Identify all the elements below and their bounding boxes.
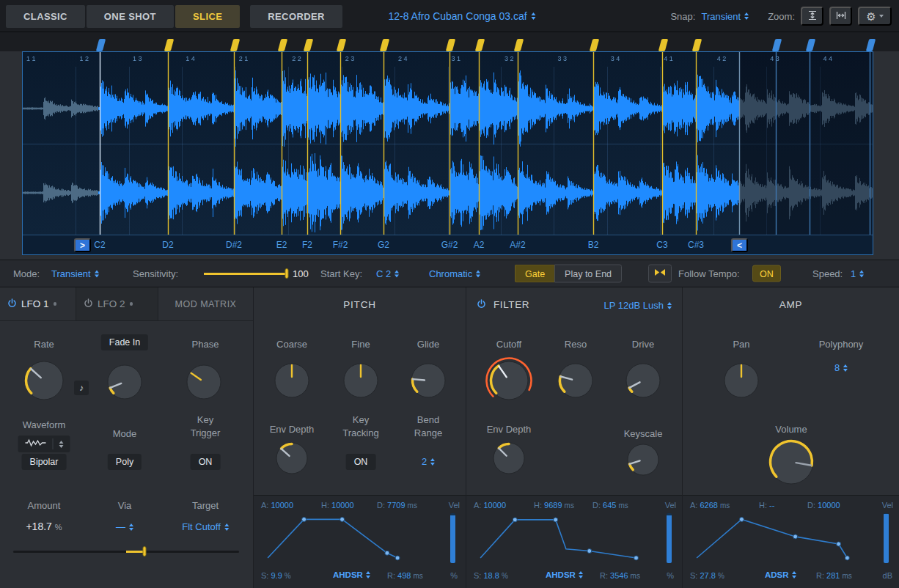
mapping-select[interactable]: Chromatic (429, 268, 480, 279)
slider-handle[interactable] (285, 268, 288, 279)
tempo-sync-note-button[interactable]: ♪ (74, 381, 89, 395)
slice-marker-flag[interactable] (164, 39, 175, 51)
sustain-readout[interactable]: S: 9.9 % (261, 571, 291, 580)
amp-envelope-graph[interactable] (687, 513, 869, 563)
slider-handle[interactable] (142, 546, 146, 556)
attack-readout[interactable]: A: 10000 (474, 501, 506, 510)
tab-classic[interactable]: CLASSIC (6, 5, 85, 28)
speed-select[interactable]: 1 (851, 268, 864, 279)
reso-knob[interactable] (552, 357, 599, 407)
pan-knob[interactable] (718, 357, 765, 407)
decay-readout[interactable]: D: 10000 (807, 501, 840, 510)
filter-power-icon[interactable] (477, 298, 486, 312)
release-readout[interactable]: R: 281 ms (816, 571, 852, 580)
velocity-slider[interactable] (450, 513, 455, 563)
slice-marker-flag[interactable] (772, 39, 782, 51)
lfo2-tab[interactable]: LFO 2 (76, 287, 158, 320)
lfo1-tab[interactable]: LFO 1 (0, 287, 76, 320)
mode-select[interactable]: Transient (51, 268, 99, 279)
lfo-fade-knob[interactable] (101, 359, 148, 408)
hold-readout[interactable]: H: 10000 (321, 501, 354, 510)
slice-key-label[interactable]: E2 (276, 240, 287, 250)
velocity-slider[interactable] (884, 513, 889, 563)
slice-key-label[interactable]: F2 (302, 240, 312, 250)
slice-marker-flag[interactable] (337, 39, 347, 51)
envelope-type-select[interactable]: AHDSR (333, 570, 370, 579)
slice-marker-flag[interactable] (230, 39, 241, 51)
release-readout[interactable]: R: 498 ms (387, 571, 423, 580)
attack-readout[interactable]: A: 10000 (261, 501, 293, 510)
slice-marker-flag[interactable] (380, 39, 390, 51)
slice-marker-flag[interactable] (692, 39, 702, 51)
filter-envelope-graph[interactable] (471, 513, 653, 563)
fade-mode-select[interactable]: Fade In (101, 334, 148, 350)
slice-key-label[interactable]: C3 (656, 240, 667, 250)
release-readout[interactable]: R: 3546 ms (600, 571, 640, 580)
slice-key-label[interactable]: D#2 (226, 240, 242, 250)
power-icon[interactable] (84, 298, 93, 310)
lfo-waveform-select[interactable] (18, 436, 70, 452)
slice-key-label[interactable]: D2 (162, 240, 173, 250)
slice-key-label[interactable]: F#2 (333, 240, 348, 250)
volume-knob[interactable] (763, 433, 820, 493)
filter-env-depth-knob[interactable] (487, 436, 531, 483)
hold-readout[interactable]: H: 9689 ms (534, 501, 574, 510)
slice-marker-flag[interactable] (446, 39, 456, 51)
region-end-handle[interactable]: < (731, 238, 748, 252)
pitch-envelope-graph[interactable] (258, 513, 440, 563)
slice-key-label[interactable]: G#2 (441, 240, 458, 250)
filter-type-select[interactable]: LP 12dB Lush (604, 300, 672, 311)
amount-value[interactable]: +18.7 % (26, 521, 62, 532)
envelope-type-select[interactable]: ADSR (765, 570, 796, 579)
slice-marker-flag[interactable] (514, 39, 524, 51)
slice-key-label[interactable]: A2 (474, 240, 485, 250)
slice-key-label[interactable]: B2 (588, 240, 599, 250)
bend-range-select[interactable]: 2 (422, 456, 435, 467)
action-menu-button[interactable]: ⚙ (858, 7, 892, 26)
coarse-knob[interactable] (268, 357, 315, 407)
tab-slice[interactable]: SLICE (175, 5, 240, 28)
power-icon[interactable] (7, 298, 17, 310)
pitch-env-depth-knob[interactable] (270, 436, 314, 483)
slice-marker-flag[interactable] (866, 39, 876, 51)
slice-marker-flag[interactable] (590, 39, 600, 51)
region-start-handle[interactable]: > (74, 238, 91, 252)
zoom-vertical-button[interactable] (801, 7, 823, 26)
sustain-readout[interactable]: S: 27.8 % (690, 571, 724, 580)
target-select[interactable]: Flt Cutoff (182, 521, 229, 532)
key-trigger-toggle[interactable]: ON (191, 454, 221, 470)
follow-tempo-toggle[interactable]: ON (752, 265, 781, 282)
start-key-select[interactable]: C 2 (376, 268, 399, 279)
crossfade-button[interactable] (648, 265, 672, 283)
slice-marker-flag[interactable] (658, 39, 669, 51)
slice-marker-flag[interactable] (96, 39, 106, 51)
zoom-horizontal-button[interactable] (829, 7, 852, 26)
polyphony-select[interactable]: 8 (834, 362, 848, 373)
sustain-readout[interactable]: S: 18.8 % (474, 571, 508, 580)
sample-file-selector[interactable]: 12-8 Afro Cuban Conga 03.caf (388, 0, 535, 32)
fine-knob[interactable] (337, 357, 384, 407)
play-to-end-button[interactable]: Play to End (554, 265, 622, 283)
slice-key-label[interactable]: C2 (94, 240, 105, 250)
lfo-amount-slider[interactable] (13, 546, 239, 556)
lfo-rate-knob[interactable] (18, 355, 70, 409)
slice-marker-flag[interactable] (278, 39, 288, 51)
gate-button[interactable]: Gate (515, 265, 554, 283)
sensitivity-slider[interactable] (204, 268, 287, 279)
velocity-slider[interactable] (667, 513, 672, 563)
slice-marker-flag[interactable] (304, 39, 314, 51)
waveform-canvas[interactable] (23, 52, 873, 235)
tab-one-shot[interactable]: ONE SHOT (87, 5, 174, 28)
slice-marker-flag[interactable] (475, 39, 485, 51)
mod-matrix-tab[interactable]: MOD MATRIX (158, 287, 253, 320)
slice-key-label[interactable]: C#3 (688, 240, 704, 250)
keyscale-knob[interactable] (621, 438, 665, 485)
glide-knob[interactable] (405, 357, 452, 407)
tab-recorder[interactable]: RECORDER (250, 5, 342, 28)
hold-readout[interactable]: H: -- (759, 501, 774, 510)
lfo-phase-knob[interactable] (180, 359, 227, 408)
slice-key-label[interactable]: G2 (378, 240, 389, 250)
decay-readout[interactable]: D: 645 ms (592, 501, 628, 510)
slice-key-label[interactable]: A#2 (510, 240, 525, 250)
decay-readout[interactable]: D: 7709 ms (377, 501, 417, 510)
